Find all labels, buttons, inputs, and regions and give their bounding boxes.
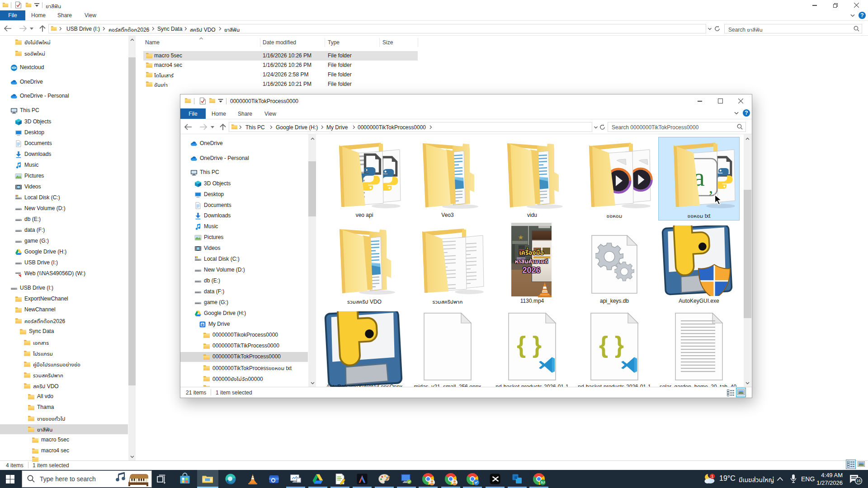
svg-text:16: 16 <box>856 479 861 483</box>
svg-text:{ }: { } <box>599 332 624 358</box>
svg-text:1: 1 <box>711 474 713 479</box>
svg-text:{ }: { } <box>517 332 542 358</box>
